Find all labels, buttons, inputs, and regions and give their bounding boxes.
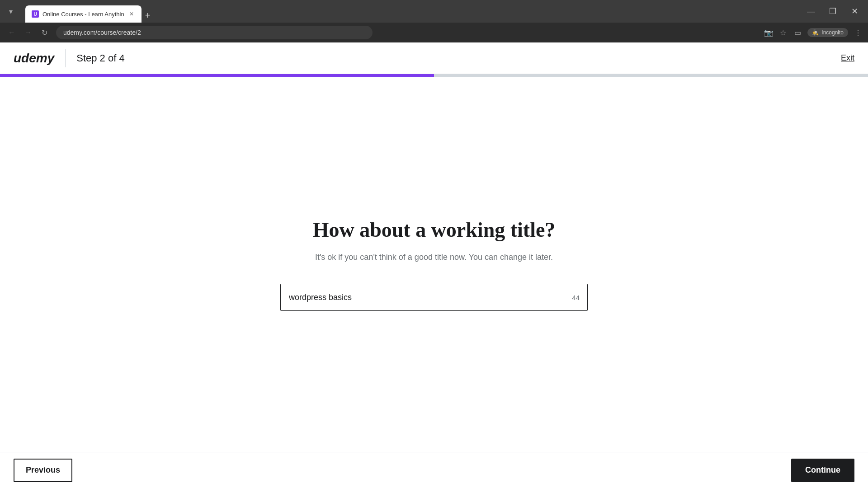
sidebar-icon[interactable]: ▭ xyxy=(793,28,802,37)
reload-button[interactable]: ↻ xyxy=(38,26,51,39)
browser-chrome: ▾ U Online Courses - Learn Anythin ✕ + —… xyxy=(0,0,868,23)
incognito-label: Incognito xyxy=(821,29,844,36)
address-bar[interactable]: udemy.com/course/create/2 xyxy=(56,26,373,39)
tab-close-btn[interactable]: ✕ xyxy=(128,10,135,18)
tab-bar: U Online Courses - Learn Anythin ✕ + xyxy=(25,0,798,23)
new-tab-button[interactable]: + xyxy=(142,8,154,23)
exit-button[interactable]: Exit xyxy=(841,53,854,63)
camera-off-icon[interactable]: 📷 xyxy=(764,28,773,37)
page-title: How about a working title? xyxy=(313,218,556,242)
header-divider xyxy=(65,49,66,67)
bottom-bar: Previous Continue xyxy=(0,452,868,488)
previous-button[interactable]: Previous xyxy=(14,459,72,482)
active-tab[interactable]: U Online Courses - Learn Anythin ✕ xyxy=(25,5,142,23)
window-controls: — ❐ ✕ xyxy=(802,5,863,18)
char-count: 44 xyxy=(572,294,580,301)
continue-button[interactable]: Continue xyxy=(791,459,854,482)
tab-title: Online Courses - Learn Anythin xyxy=(42,11,124,18)
browser-actions: 📷 ☆ ▭ 🕵 Incognito ⋮ xyxy=(764,28,863,37)
main-content: How about a working title? It's ok if yo… xyxy=(0,77,868,452)
course-title-input[interactable] xyxy=(280,284,588,311)
restore-button[interactable]: ❐ xyxy=(824,5,842,18)
page-subtitle: It's ok if you can't think of a good tit… xyxy=(315,253,553,262)
title-input-wrapper: 44 xyxy=(280,284,588,311)
browser-controls: ▾ xyxy=(5,5,17,18)
logo-text: udemy xyxy=(14,51,54,66)
udemy-logo[interactable]: udemy xyxy=(14,51,54,66)
nav-buttons: ← → ↻ xyxy=(5,26,51,39)
address-bar-row: ← → ↻ udemy.com/course/create/2 📷 ☆ ▭ 🕵 … xyxy=(0,23,868,42)
bookmark-icon[interactable]: ☆ xyxy=(778,28,788,37)
incognito-icon: 🕵 xyxy=(812,29,819,36)
minimize-button[interactable]: — xyxy=(802,5,820,18)
tab-favicon: U xyxy=(32,10,39,18)
back-button[interactable]: ← xyxy=(5,26,18,39)
menu-icon[interactable]: ⋮ xyxy=(854,28,863,37)
close-button[interactable]: ✕ xyxy=(845,5,863,18)
app-header: udemy Step 2 of 4 Exit xyxy=(0,42,868,74)
incognito-badge[interactable]: 🕵 Incognito xyxy=(807,28,848,37)
forward-button[interactable]: → xyxy=(22,26,34,39)
tab-dropdown-btn[interactable]: ▾ xyxy=(5,5,17,18)
step-label: Step 2 of 4 xyxy=(76,52,124,64)
